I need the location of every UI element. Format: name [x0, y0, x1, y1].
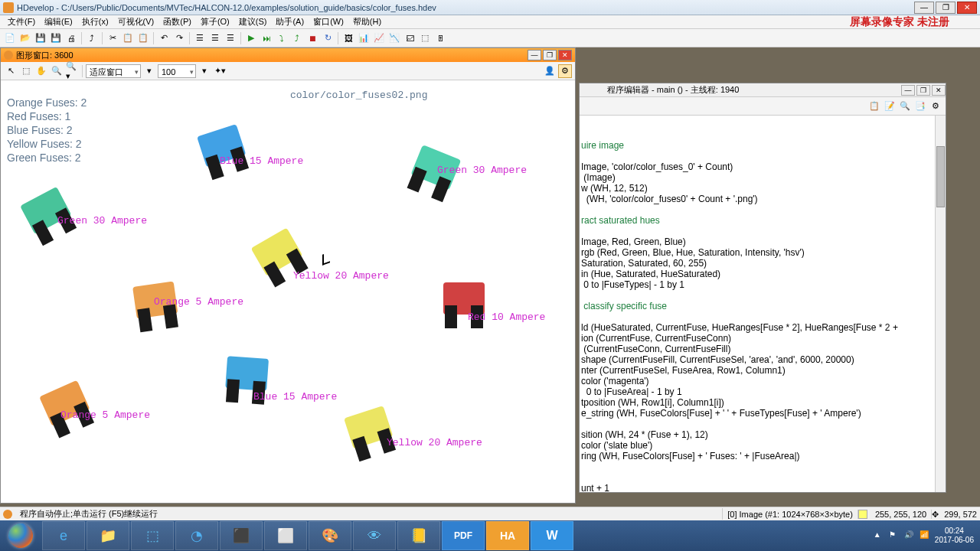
code-scrollbar[interactable]: [935, 116, 946, 492]
tb-save-icon[interactable]: 💾: [34, 31, 47, 45]
menu-suggest[interactable]: 建议(S): [234, 16, 272, 28]
task-recorder[interactable]: 👁: [353, 521, 396, 550]
gfx-zoom-icon[interactable]: 🔍: [50, 64, 64, 78]
tb-saveall-icon[interactable]: 💾: [49, 31, 63, 45]
tb-chart1-icon[interactable]: 📊: [357, 31, 371, 45]
tb-copy-icon[interactable]: 📋: [121, 31, 135, 45]
tray-net-icon[interactable]: 🔊: [904, 530, 915, 541]
menu-file[interactable]: 文件(F): [3, 16, 40, 28]
tb-open-icon[interactable]: 📂: [18, 31, 32, 45]
task-app4[interactable]: ⬜: [264, 521, 307, 550]
tb-list3-icon[interactable]: ☰: [224, 31, 237, 45]
prog-tb2-icon[interactable]: 📝: [883, 99, 897, 113]
prog-tb1-icon[interactable]: 📋: [867, 99, 881, 113]
gfx-zoom-combo[interactable]: 100 %: [158, 64, 196, 78]
start-button[interactable]: [0, 520, 41, 551]
code-line: [580, 461, 946, 472]
prog-tb3-icon[interactable]: 🔍: [898, 99, 912, 113]
code-line: (WH, 'color/color_fuses0' + Count + '.pn…: [580, 194, 946, 204]
tb-list-icon[interactable]: ☰: [193, 31, 207, 45]
task-app1[interactable]: ⬚: [131, 521, 174, 550]
code-line: Saturation, Saturated, 60, 255): [580, 258, 946, 269]
maximize-button[interactable]: ❐: [936, 2, 956, 14]
gfx-minimize-button[interactable]: —: [528, 50, 541, 60]
menu-edit[interactable]: 编辑(E): [40, 16, 77, 28]
tray-flag-icon[interactable]: ▲: [874, 530, 884, 541]
tb-gfx-icon[interactable]: 🖼: [341, 31, 355, 45]
code-line: color ('slate blue'): [580, 440, 946, 451]
gfx-fit-combo[interactable]: 适应窗口: [86, 64, 141, 78]
tb-chart3-icon[interactable]: 📉: [387, 31, 401, 45]
tb-chart4-icon[interactable]: 🗠: [403, 31, 416, 45]
task-app3[interactable]: ⬛: [220, 521, 263, 550]
gfx-zoom2-icon[interactable]: 🔍▾: [65, 64, 79, 78]
tb-undo-icon[interactable]: ↶: [157, 31, 171, 45]
tb-stop-icon[interactable]: ⏹: [305, 31, 319, 45]
menu-help[interactable]: 帮助(H): [348, 16, 386, 28]
gfx-hand-icon[interactable]: ✋: [34, 64, 48, 78]
menu-execute[interactable]: 执行(x): [77, 16, 113, 28]
prog-tb5-icon[interactable]: ⚙: [929, 99, 942, 113]
tb-run-icon[interactable]: ▶: [244, 31, 258, 45]
tb-chart5-icon[interactable]: ⬚: [418, 31, 432, 45]
task-ie[interactable]: e: [42, 521, 85, 550]
code-line: in (Hue, Saturated, HueSaturated): [580, 269, 946, 279]
menu-window[interactable]: 窗口(W): [309, 16, 348, 28]
tb-tune-icon[interactable]: 🎚: [433, 31, 447, 45]
tb-redo-icon[interactable]: ↷: [172, 31, 186, 45]
code-line: [580, 151, 946, 161]
gfx-select-icon[interactable]: ⬚: [19, 64, 33, 78]
gfx-pointer-icon[interactable]: ↖: [4, 64, 18, 78]
tb-chart2-icon[interactable]: 📈: [372, 31, 386, 45]
program-editor-window: 程序编辑器 - main () - 主线程: 1940 — ❐ ✕ 📋 📝 🔍 …: [579, 83, 946, 493]
code-line: ld (HueSaturated, CurrentFuse, HueRanges…: [580, 322, 946, 333]
code-scrollbar-thumb[interactable]: [936, 146, 945, 207]
task-paint[interactable]: 🎨: [309, 521, 351, 550]
tb-print-icon[interactable]: 🖨: [64, 31, 78, 45]
tray-action-icon[interactable]: ⚑: [889, 530, 900, 541]
prog-maximize-button[interactable]: ❐: [916, 85, 930, 96]
task-explorer[interactable]: 📁: [87, 521, 129, 550]
gfx-maximize-button[interactable]: ❐: [543, 50, 557, 60]
close-button[interactable]: ✕: [957, 2, 977, 14]
tb-stepinto-icon[interactable]: ⤵: [275, 31, 289, 45]
prog-close-button[interactable]: ✕: [932, 85, 946, 96]
code-line: nter (CurrentFuseSel, FuseArea, Row1, Co…: [580, 365, 946, 376]
image-path-label: color/color_fuses02.png: [290, 90, 427, 101]
tb-paste-icon[interactable]: 📋: [136, 31, 150, 45]
menu-visual[interactable]: 可视化(V): [113, 16, 159, 28]
gfx-gear-icon[interactable]: ⚙: [558, 64, 572, 78]
minimize-button[interactable]: —: [914, 2, 934, 14]
app-icon: [3, 2, 14, 13]
graphics-titlebar[interactable]: 图形窗口: 3600 — ❐ ✕: [1, 48, 575, 62]
tray-clock[interactable]: 00:24 2017-06-06: [935, 527, 974, 545]
task-wps[interactable]: W: [531, 521, 573, 550]
task-app2[interactable]: ◔: [175, 521, 218, 550]
gfx-dropdown2-icon[interactable]: ▾: [198, 64, 211, 78]
task-halcon[interactable]: HA: [486, 521, 529, 550]
tb-export-icon[interactable]: ⤴: [85, 31, 99, 45]
tb-cut-icon[interactable]: ✂: [106, 31, 119, 45]
task-notes[interactable]: 📒: [397, 521, 440, 550]
prog-tb4-icon[interactable]: 📑: [913, 99, 927, 113]
prog-minimize-button[interactable]: —: [901, 85, 915, 96]
tb-reset-icon[interactable]: ↻: [321, 31, 335, 45]
graphics-canvas[interactable]: color/color_fuses02.png Orange Fuses: 2R…: [1, 80, 575, 503]
tray-net2-icon[interactable]: 📶: [920, 530, 930, 541]
code-area[interactable]: uire image Image, 'color/color_fuses_0' …: [580, 116, 946, 492]
menu-assist[interactable]: 助手(A): [271, 16, 309, 28]
menu-oper[interactable]: 算子(O): [196, 16, 234, 28]
code-line: [580, 226, 946, 236]
tb-stepout-icon[interactable]: ⤴: [290, 31, 304, 45]
tb-list2-icon[interactable]: ☰: [208, 31, 222, 45]
tb-new-icon[interactable]: 📄: [3, 31, 17, 45]
tb-step-icon[interactable]: ⏭: [260, 31, 273, 45]
program-editor-titlebar[interactable]: 程序编辑器 - main () - 主线程: 1940 — ❐ ✕: [580, 83, 946, 97]
gfx-person-icon[interactable]: 👤: [543, 64, 557, 78]
gfx-close-button[interactable]: ✕: [558, 50, 572, 60]
gfx-dropdown-icon[interactable]: ▾: [142, 64, 156, 78]
task-pdf[interactable]: PDF: [442, 521, 485, 550]
menu-proc[interactable]: 函数(P): [158, 16, 196, 28]
system-tray[interactable]: ▲ ⚑ 🔊 📶 00:24 2017-06-06: [874, 527, 980, 545]
gfx-clear-icon[interactable]: ✦▾: [213, 64, 227, 78]
